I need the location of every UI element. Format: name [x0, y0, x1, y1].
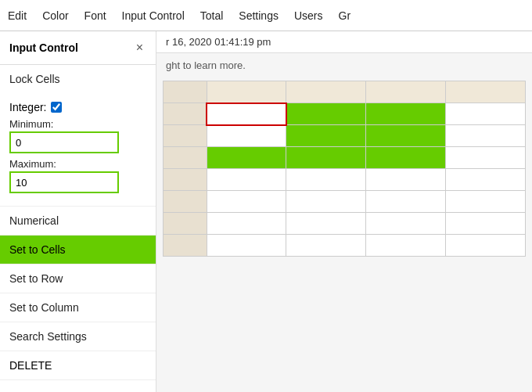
sidebar-item-numerical[interactable]: Numerical: [0, 207, 156, 236]
table-row: [164, 191, 526, 213]
table-cell[interactable]: [286, 103, 366, 125]
integer-checkbox[interactable]: [51, 102, 62, 113]
table-row: [164, 169, 526, 191]
table-cell[interactable]: [207, 147, 286, 169]
minimum-label: Minimum:: [9, 118, 146, 130]
menu-font[interactable]: Font: [83, 6, 108, 25]
table-cell[interactable]: [446, 191, 526, 213]
table-cell[interactable]: [446, 103, 526, 125]
table-cell[interactable]: [366, 125, 446, 147]
table-cell[interactable]: [366, 103, 446, 125]
maximum-label: Maximum:: [9, 158, 146, 170]
table-cell: [164, 103, 207, 125]
table-cell[interactable]: [207, 169, 286, 191]
table-cell: [164, 213, 207, 235]
table-cell[interactable]: [446, 147, 526, 169]
table-cell: [366, 81, 446, 103]
table-cell[interactable]: [207, 191, 286, 213]
sidebar-item-search-settings[interactable]: Search Settings: [0, 322, 156, 351]
grid-table: [163, 81, 526, 257]
table-cell[interactable]: [286, 191, 366, 213]
menu-bar: Edit Color Font Input Control Total Sett…: [0, 0, 532, 31]
table-cell: [286, 81, 366, 103]
table-row: [164, 81, 526, 103]
table-cell[interactable]: [366, 169, 446, 191]
table-cell[interactable]: [366, 235, 446, 257]
table-cell[interactable]: [207, 103, 286, 125]
sidebar-item-set-to-column[interactable]: Set to Column: [0, 293, 156, 322]
table-cell[interactable]: [207, 235, 286, 257]
table-cell: [446, 81, 526, 103]
menu-edit[interactable]: Edit: [6, 6, 28, 25]
table-cell: [164, 147, 207, 169]
integer-label: Integer:: [9, 101, 46, 113]
maximum-input[interactable]: [9, 171, 119, 193]
table-cell: [164, 125, 207, 147]
table-cell: [164, 81, 207, 103]
table-row: [164, 125, 526, 147]
sidebar-panel: Input Control × Lock Cells Integer: Mini…: [0, 31, 156, 392]
table-row: [164, 103, 526, 125]
table-cell[interactable]: [286, 147, 366, 169]
content-area: r 16, 2020 01:41:19 pm ght to learn more…: [156, 31, 532, 392]
menu-color[interactable]: Color: [41, 6, 70, 25]
integer-row: Integer:: [9, 101, 146, 113]
menu-users[interactable]: Users: [293, 6, 325, 25]
table-cell[interactable]: [286, 213, 366, 235]
content-header: r 16, 2020 01:41:19 pm: [156, 31, 532, 53]
table-row: [164, 235, 526, 257]
close-button[interactable]: ×: [133, 39, 146, 56]
table-cell: [164, 191, 207, 213]
menu-settings[interactable]: Settings: [237, 6, 280, 25]
table-cell[interactable]: [366, 147, 446, 169]
table-row: [164, 147, 526, 169]
sidebar-header: Input Control ×: [0, 31, 156, 65]
menu-gr[interactable]: Gr: [337, 6, 353, 25]
table-cell[interactable]: [286, 235, 366, 257]
integer-section: Integer: Minimum: Maximum:: [0, 93, 156, 207]
table-cell[interactable]: [286, 125, 366, 147]
menu-total[interactable]: Total: [199, 6, 225, 25]
table-cell[interactable]: [207, 125, 286, 147]
menu-input-control[interactable]: Input Control: [120, 6, 186, 25]
minimum-input[interactable]: [9, 131, 119, 153]
table-cell[interactable]: [366, 191, 446, 213]
sidebar-item-set-to-row[interactable]: Set to Row: [0, 264, 156, 293]
table-cell[interactable]: [207, 213, 286, 235]
table-cell[interactable]: [446, 169, 526, 191]
table-cell: [164, 235, 207, 257]
main-layout: Input Control × Lock Cells Integer: Mini…: [0, 31, 532, 392]
lock-cells-item[interactable]: Lock Cells: [0, 65, 156, 93]
table-cell: [207, 81, 286, 103]
table-cell[interactable]: [446, 235, 526, 257]
spreadsheet-area: [156, 77, 532, 392]
table-cell[interactable]: [446, 125, 526, 147]
sidebar-item-set-to-cells[interactable]: Set to Cells: [0, 236, 156, 264]
table-row: [164, 213, 526, 235]
table-cell: [164, 169, 207, 191]
table-cell[interactable]: [366, 213, 446, 235]
sidebar-item-delete[interactable]: DELETE: [0, 351, 156, 380]
info-bar: ght to learn more.: [156, 53, 532, 77]
table-cell[interactable]: [446, 213, 526, 235]
sidebar-title: Input Control: [9, 41, 78, 54]
table-cell[interactable]: [286, 169, 366, 191]
